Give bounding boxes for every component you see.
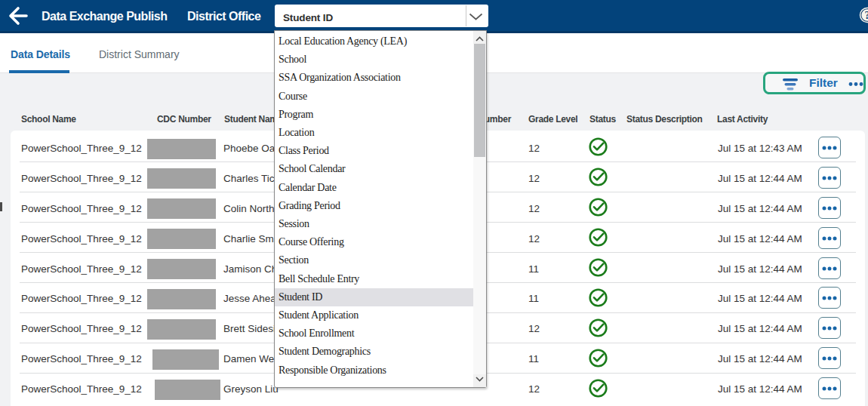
- svg-text:?: ?: [864, 9, 868, 21]
